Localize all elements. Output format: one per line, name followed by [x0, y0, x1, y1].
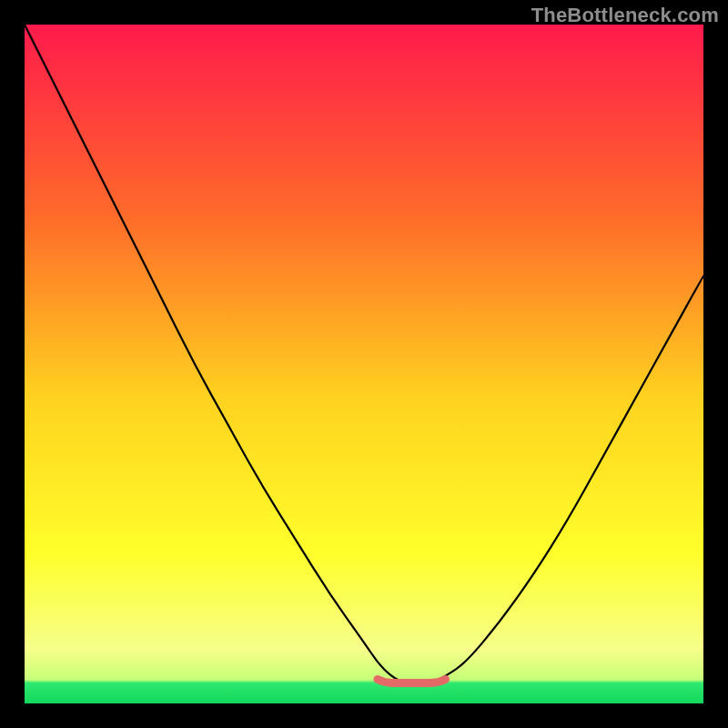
chart-svg	[25, 25, 703, 703]
plot-area	[25, 25, 703, 703]
watermark-text: TheBottleneck.com	[531, 4, 719, 27]
chart-frame: TheBottleneck.com	[0, 0, 728, 728]
gradient-background	[25, 25, 703, 703]
flat-region-marker	[378, 680, 446, 683]
